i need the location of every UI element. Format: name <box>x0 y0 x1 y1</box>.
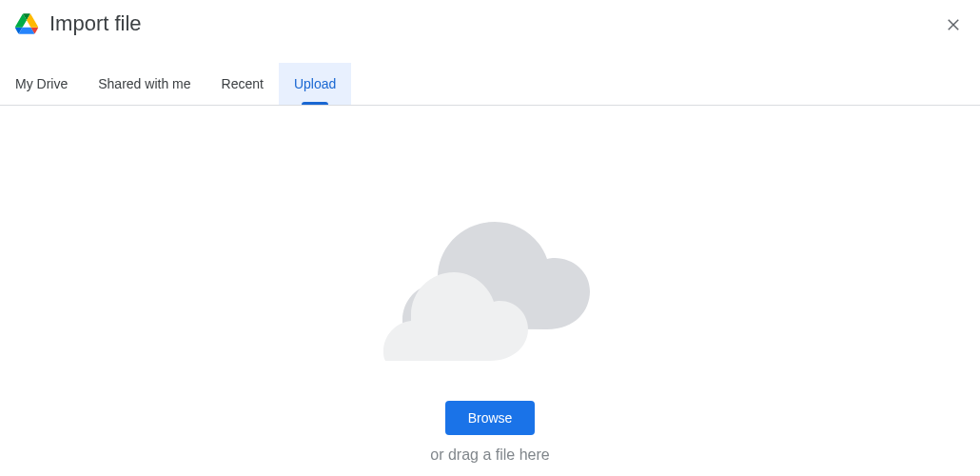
browse-button[interactable]: Browse <box>445 401 536 435</box>
upload-panel: Browse or drag a file here <box>0 106 980 464</box>
close-icon <box>945 16 962 33</box>
cloud-upload-icon <box>366 220 614 363</box>
close-button[interactable] <box>942 13 965 36</box>
tab-shared-with-me[interactable]: Shared with me <box>83 63 206 105</box>
dialog-header: Import file <box>0 0 980 48</box>
tab-bar: My Drive Shared with me Recent Upload <box>0 63 980 106</box>
google-drive-icon <box>15 12 38 35</box>
drag-hint-text: or drag a file here <box>430 446 549 464</box>
tab-my-drive[interactable]: My Drive <box>0 63 83 105</box>
dialog-title: Import file <box>49 11 142 36</box>
tab-recent[interactable]: Recent <box>206 63 279 105</box>
tab-upload[interactable]: Upload <box>279 63 351 105</box>
